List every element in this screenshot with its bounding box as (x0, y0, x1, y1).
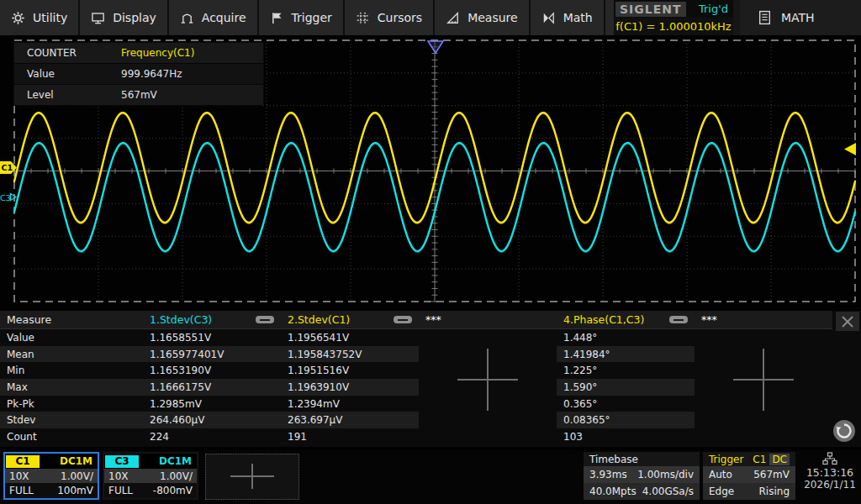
counter-row-value: 567mV (121, 89, 157, 101)
measure-cell: 1.2394mV (281, 396, 419, 412)
counter-source: Frequency(C1) (121, 47, 194, 59)
math-icon (541, 11, 556, 25)
measure-column-title: *** (425, 313, 557, 326)
status-bar: C1 DC1M 10X 1.00V/ FULL 100mV C3 DC1M 10… (0, 450, 861, 504)
measure-row-label: Stdev (0, 412, 143, 428)
menu-item-label: Measure (467, 11, 518, 24)
trigger-panel[interactable]: Trigger C1 DC Auto 567mV Edge Rising (703, 452, 795, 500)
measure-cell: 1.41984° (557, 346, 695, 363)
measure-cell: 1.225° (557, 362, 695, 379)
measure-cell: 0.365° (557, 396, 695, 412)
measure-cell: 1.1963910V (281, 379, 419, 396)
add-measurement-button[interactable] (733, 349, 794, 411)
menu-item-label: Cursors (378, 11, 422, 24)
measure-column-header: 4.Phase(C1,C3) (557, 311, 695, 329)
measure-cell: 1.2985mV (143, 396, 281, 412)
measure-panel: Measure 1.Stdev(C3)2.Stdev(C1)***4.Phase… (0, 311, 861, 447)
measure-column-header: *** (695, 311, 832, 329)
channel-3-coupling: DC1M (159, 455, 192, 467)
measure-cell: 1.1666175V (143, 379, 281, 396)
close-measure-button[interactable] (836, 312, 859, 331)
trigger-state-badge: Trig'd (699, 3, 728, 15)
channel-1-box[interactable]: C1 DC1M 10X 1.00V/ FULL 100mV (3, 452, 99, 500)
channel-1-bandwidth: FULL (9, 485, 34, 496)
display-icon (91, 11, 105, 25)
flag-icon (270, 11, 284, 25)
menu-item-cursors[interactable]: Cursors (345, 0, 435, 35)
math-tab-label: MATH (781, 11, 815, 24)
measure-cell (419, 428, 557, 445)
remove-measurement-button[interactable] (669, 316, 688, 323)
timebase-delay: 3.93ms (589, 469, 627, 480)
trigger-level-marker[interactable] (844, 143, 856, 155)
remove-measurement-button[interactable] (394, 316, 412, 323)
measure-cell: 224 (143, 428, 281, 445)
menu-item-acquire[interactable]: Acquire (169, 0, 259, 35)
timebase-title: Timebase (589, 454, 638, 465)
measure-row-label: Min (0, 362, 143, 379)
measure-cell (419, 412, 557, 428)
remove-measurement-button[interactable] (256, 316, 274, 323)
measure-cell: 1.195843752V (281, 346, 419, 363)
measure-cell: 1.1956541V (281, 329, 419, 346)
measure-cell: 1.165977401V (143, 346, 281, 363)
measure-cell: 103 (557, 428, 695, 445)
trigger-source: C1 (753, 454, 766, 465)
channel-3-box[interactable]: C3 DC1M 10X 1.00V/ FULL -800mV (103, 452, 198, 500)
math-tab[interactable]: MATH (740, 0, 861, 35)
channel-3-probe: 10X (108, 470, 129, 482)
measure-column-title: *** (701, 313, 832, 326)
trigger-level: 567mV (753, 469, 790, 480)
counter-row-value: 999.9647Hz (121, 68, 182, 80)
measure-row-label: Value (0, 329, 143, 346)
menu-item-label: Acquire (202, 11, 246, 24)
menu-item-measure[interactable]: Measure (435, 0, 531, 35)
timebase-panel[interactable]: Timebase 3.93ms 1.00ms/div 40.0Mpts 4.00… (584, 452, 700, 500)
channel-1-badge: C1 (6, 455, 40, 468)
channel-3-bandwidth: FULL (108, 485, 133, 496)
measure-cell: 0.08365° (557, 412, 695, 428)
add-measurement-button[interactable] (457, 349, 518, 411)
channel-1-marker-label: C1 (2, 163, 13, 172)
counter-title: COUNTER (14, 47, 121, 59)
measure-cell: 191 (281, 428, 419, 445)
menu-item-display[interactable]: Display (80, 0, 169, 35)
measure-row-label: Pk-Pk (0, 396, 143, 412)
channel-3-offset-marker[interactable]: C3 (0, 193, 16, 202)
trigger-position-marker[interactable] (428, 41, 443, 53)
counter-overlay: COUNTER Frequency(C1) Value 999.9647Hz L… (13, 42, 264, 105)
trigger-title: Trigger (709, 454, 743, 465)
measure-column-header: 2.Stdev(C1) (281, 311, 419, 329)
menu-item-trigger[interactable]: Trigger (259, 0, 345, 35)
measure-column-title: 4.Phase(C1,C3) (563, 313, 669, 326)
channel-1-offset: 100mV (57, 485, 93, 496)
channel-1-probe: 10X (9, 470, 29, 482)
measure-cell: 1.590° (557, 379, 695, 396)
channel-3-marker-label: C3 (0, 193, 11, 202)
measure-column-title: 1.Stdev(C3) (150, 313, 256, 326)
measure-cell: 263.697µV (281, 412, 419, 428)
measure-cell: 1.1951516V (281, 362, 419, 379)
measure-table: Measure 1.Stdev(C3)2.Stdev(C1)***4.Phase… (0, 311, 861, 445)
reset-statistics-button[interactable] (832, 419, 856, 443)
trigger-coupling: DC (769, 454, 790, 465)
measure-cell (419, 329, 557, 346)
menu-item-utility[interactable]: Utility (0, 0, 80, 35)
add-channel-button[interactable] (205, 454, 299, 500)
menu-item-label: Trigger (292, 11, 332, 24)
channel-3-badge: C3 (105, 455, 139, 468)
measure-row-label: Count (0, 428, 143, 445)
measure-cell (695, 428, 832, 445)
gear-icon (11, 11, 25, 25)
measure-column-header: 1.Stdev(C3) (143, 311, 281, 329)
measure-column-title: 2.Stdev(C1) (288, 313, 394, 326)
measure-cell (695, 412, 832, 428)
waveform-display: C1 C3 COUNTER Frequency(C1) Value 999.96… (0, 35, 861, 312)
trigger-type: Edge (709, 486, 734, 497)
menu-item-label: Utility (33, 11, 67, 24)
measure-cell: 1.1658551V (143, 329, 281, 346)
measure-cell: 264.460µV (143, 412, 281, 428)
counter-row-label: Value (14, 68, 121, 80)
measure-row-label: Mean (0, 346, 143, 363)
menu-item-math[interactable]: Math (531, 0, 605, 35)
